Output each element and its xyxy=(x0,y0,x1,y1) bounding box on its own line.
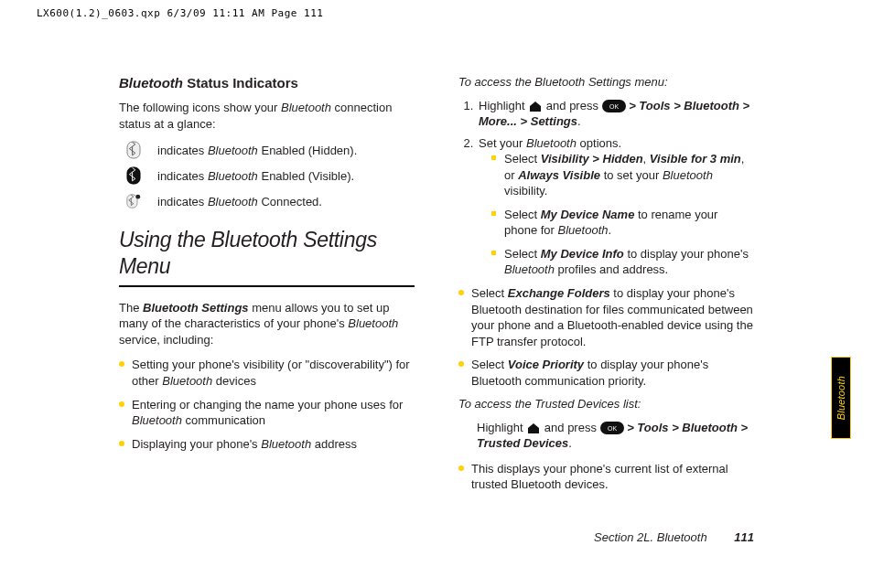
footer-page-number: 111 xyxy=(734,530,754,544)
status-intro: The following icons show your Bluetooth … xyxy=(119,100,415,132)
heading-ital: Bluetooth xyxy=(119,75,183,91)
svg-text:OK: OK xyxy=(607,425,616,432)
trusted-heading: To access the Trusted Devices list: xyxy=(458,396,754,412)
bluetooth-connected-icon xyxy=(126,192,141,210)
step-1: Highlight and press OK > Tools > Bluetoo… xyxy=(477,98,754,130)
status-row-text: indicates Bluetooth Enabled (Hidden). xyxy=(157,143,357,159)
home-icon xyxy=(528,100,543,112)
home-icon xyxy=(526,422,541,434)
menu-ok-icon: OK xyxy=(600,422,624,434)
status-row-visible: indicates Bluetooth Enabled (Visible). xyxy=(126,166,415,185)
step2-sublist: Select Visibility > Hidden, Visible for … xyxy=(491,151,754,278)
section-rule xyxy=(119,285,415,287)
status-row-text: indicates Bluetooth Connected. xyxy=(157,194,322,210)
left-column: Bluetooth Status Indicators The followin… xyxy=(119,74,415,500)
status-heading: Bluetooth Status Indicators xyxy=(119,74,415,92)
svg-point-3 xyxy=(135,195,140,199)
list-item: Select My Device Info to display your ph… xyxy=(491,246,754,278)
list-item: This displays your phone's current list … xyxy=(458,461,754,493)
svg-rect-2 xyxy=(127,195,137,208)
settings-list: Setting your phone's visibility (or "dis… xyxy=(119,357,415,452)
section-heading: Using the Bluetooth Settings Menu xyxy=(119,227,415,280)
list-item: Entering or changing the name your phone… xyxy=(119,397,415,429)
list-item: Select My Device Name to rename your pho… xyxy=(491,207,754,239)
svg-rect-1 xyxy=(127,167,140,184)
side-tab-label: Bluetooth xyxy=(835,376,846,420)
footer-section: Section 2L. Bluetooth xyxy=(594,530,707,544)
heading-rest: Status Indicators xyxy=(183,75,298,91)
extra-bullets: Select Exchange Folders to display your … xyxy=(458,285,754,389)
page-footer: Section 2L. Bluetooth 111 xyxy=(594,530,754,544)
settings-intro: The Bluetooth Settings menu allows you t… xyxy=(119,300,415,348)
status-row-hidden: indicates Bluetooth Enabled (Hidden). xyxy=(126,141,415,159)
status-row-connected: indicates Bluetooth Connected. xyxy=(126,192,415,210)
list-item: Select Voice Priority to display your ph… xyxy=(458,357,754,389)
side-tab: Bluetooth xyxy=(831,357,851,439)
status-row-text: indicates Bluetooth Enabled (Visible). xyxy=(157,168,354,185)
list-item: Displaying your phone's Bluetooth addres… xyxy=(119,436,415,453)
list-item: Setting your phone's visibility (or "dis… xyxy=(119,357,415,389)
svg-text:OK: OK xyxy=(609,103,618,110)
bluetooth-visible-icon xyxy=(126,166,141,185)
step-2: Set your Bluetooth options. Select Visib… xyxy=(477,135,754,278)
list-item: Select Visibility > Hidden, Visible for … xyxy=(491,151,754,199)
svg-rect-0 xyxy=(127,142,140,158)
menu-ok-icon: OK xyxy=(602,100,626,112)
list-item: Select Exchange Folders to display your … xyxy=(458,285,754,349)
crop-mark: LX600(1.2)_0603.qxp 6/3/09 11:11 AM Page… xyxy=(37,7,836,19)
access-heading: To access the Bluetooth Settings menu: xyxy=(458,74,754,91)
trusted-step: Highlight and press OK > Tools > Bluetoo… xyxy=(458,420,754,452)
bluetooth-hidden-icon xyxy=(126,141,141,159)
access-steps: Highlight and press OK > Tools > Bluetoo… xyxy=(458,98,754,278)
trusted-bullet: This displays your phone's current list … xyxy=(458,461,754,493)
right-column: To access the Bluetooth Settings menu: H… xyxy=(458,74,754,500)
